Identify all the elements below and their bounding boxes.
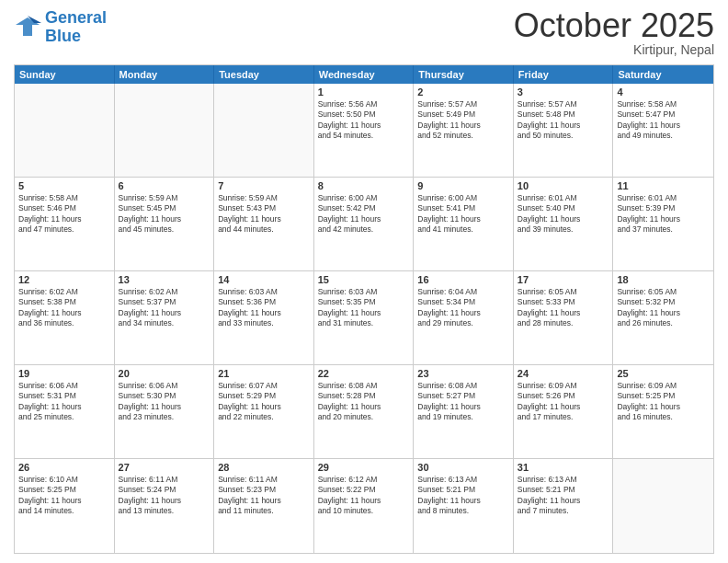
day-cell-29: 29Sunrise: 6:12 AM Sunset: 5:22 PM Dayli… [314,459,415,553]
day-cell-28: 28Sunrise: 6:11 AM Sunset: 5:23 PM Dayli… [214,459,314,553]
day-cell-19: 19Sunrise: 6:06 AM Sunset: 5:31 PM Dayli… [15,365,115,458]
day-number: 14 [218,274,310,285]
calendar-week-4: 19Sunrise: 6:06 AM Sunset: 5:31 PM Dayli… [15,365,713,459]
day-cell-7: 7Sunrise: 5:59 AM Sunset: 5:43 PM Daylig… [214,178,314,270]
day-info: Sunrise: 5:58 AM Sunset: 5:47 PM Dayligh… [617,99,710,142]
day-number: 28 [218,462,310,473]
day-info: Sunrise: 6:00 AM Sunset: 5:41 PM Dayligh… [417,193,509,236]
header-day-wednesday: Wednesday [314,65,415,84]
day-info: Sunrise: 6:00 AM Sunset: 5:42 PM Dayligh… [318,193,410,236]
day-info: Sunrise: 6:06 AM Sunset: 5:30 PM Dayligh… [119,381,210,423]
day-cell-2: 2Sunrise: 5:57 AM Sunset: 5:49 PM Daylig… [414,84,514,177]
day-cell-9: 9Sunrise: 6:00 AM Sunset: 5:41 PM Daylig… [414,178,514,270]
day-number: 7 [218,180,310,191]
header-day-sunday: Sunday [15,65,115,84]
day-number: 31 [518,462,609,473]
day-info: Sunrise: 6:03 AM Sunset: 5:35 PM Dayligh… [318,287,410,329]
day-number: 1 [318,86,410,98]
day-info: Sunrise: 5:56 AM Sunset: 5:50 PM Dayligh… [318,99,410,142]
day-info: Sunrise: 6:02 AM Sunset: 5:38 PM Dayligh… [18,287,110,329]
calendar-week-2: 5Sunrise: 5:58 AM Sunset: 5:46 PM Daylig… [15,178,713,271]
header-day-saturday: Saturday [613,65,713,84]
day-cell-15: 15Sunrise: 6:03 AM Sunset: 5:35 PM Dayli… [314,271,415,364]
day-number: 29 [318,462,410,473]
day-info: Sunrise: 6:03 AM Sunset: 5:36 PM Dayligh… [218,287,310,329]
day-number: 17 [518,274,609,285]
day-number: 6 [119,180,210,191]
calendar-body: 1Sunrise: 5:56 AM Sunset: 5:50 PM Daylig… [15,84,713,553]
header-day-friday: Friday [514,65,614,84]
day-cell-23: 23Sunrise: 6:08 AM Sunset: 5:27 PM Dayli… [414,365,514,458]
calendar-week-1: 1Sunrise: 5:56 AM Sunset: 5:50 PM Daylig… [15,84,713,178]
day-cell-25: 25Sunrise: 6:09 AM Sunset: 5:25 PM Dayli… [613,365,713,458]
header-day-tuesday: Tuesday [214,65,314,84]
logo-text-general: General [45,9,107,28]
day-number: 5 [18,180,110,191]
day-cell-31: 31Sunrise: 6:13 AM Sunset: 5:21 PM Dayli… [514,459,614,553]
day-cell-4: 4Sunrise: 5:58 AM Sunset: 5:47 PM Daylig… [613,84,713,177]
day-number: 18 [617,274,710,285]
day-number: 10 [518,180,609,191]
day-number: 26 [18,462,110,473]
day-cell-26: 26Sunrise: 6:10 AM Sunset: 5:25 PM Dayli… [15,459,115,553]
day-info: Sunrise: 6:07 AM Sunset: 5:29 PM Dayligh… [218,381,310,423]
calendar: SundayMondayTuesdayWednesdayThursdayFrid… [14,64,714,554]
day-number: 21 [218,368,310,379]
day-cell-27: 27Sunrise: 6:11 AM Sunset: 5:24 PM Dayli… [115,459,215,553]
empty-cell [15,84,115,177]
day-cell-5: 5Sunrise: 5:58 AM Sunset: 5:46 PM Daylig… [15,178,115,270]
day-number: 27 [119,462,210,473]
day-number: 22 [318,368,410,379]
day-cell-3: 3Sunrise: 5:57 AM Sunset: 5:48 PM Daylig… [514,84,614,177]
day-number: 13 [119,274,210,285]
day-cell-24: 24Sunrise: 6:09 AM Sunset: 5:26 PM Dayli… [514,365,614,458]
day-number: 9 [417,180,509,191]
header-day-thursday: Thursday [414,65,514,84]
empty-cell [214,84,314,177]
title-block: October 2025 Kirtipur, Nepal [514,9,714,57]
day-number: 3 [518,86,609,98]
day-number: 16 [417,274,509,285]
day-number: 23 [417,368,509,379]
logo: General Blue [14,9,107,46]
day-info: Sunrise: 6:05 AM Sunset: 5:32 PM Dayligh… [617,287,710,329]
day-info: Sunrise: 6:02 AM Sunset: 5:37 PM Dayligh… [119,287,210,329]
day-number: 8 [318,180,410,191]
calendar-week-3: 12Sunrise: 6:02 AM Sunset: 5:38 PM Dayli… [15,271,713,365]
day-cell-20: 20Sunrise: 6:06 AM Sunset: 5:30 PM Dayli… [115,365,215,458]
day-info: Sunrise: 6:08 AM Sunset: 5:28 PM Dayligh… [318,381,410,423]
day-cell-21: 21Sunrise: 6:07 AM Sunset: 5:29 PM Dayli… [214,365,314,458]
day-number: 25 [617,368,710,379]
day-number: 2 [417,86,509,98]
day-info: Sunrise: 5:57 AM Sunset: 5:49 PM Dayligh… [417,99,509,142]
calendar-week-5: 26Sunrise: 6:10 AM Sunset: 5:25 PM Dayli… [15,459,713,553]
logo-icon [14,16,41,39]
day-info: Sunrise: 6:05 AM Sunset: 5:33 PM Dayligh… [518,287,609,329]
day-info: Sunrise: 6:10 AM Sunset: 5:25 PM Dayligh… [18,475,110,517]
day-info: Sunrise: 5:59 AM Sunset: 5:43 PM Dayligh… [218,193,310,236]
day-info: Sunrise: 5:57 AM Sunset: 5:48 PM Dayligh… [518,99,609,142]
day-cell-18: 18Sunrise: 6:05 AM Sunset: 5:32 PM Dayli… [613,271,713,364]
day-info: Sunrise: 6:13 AM Sunset: 5:21 PM Dayligh… [518,475,609,517]
empty-cell [613,459,713,553]
day-cell-16: 16Sunrise: 6:04 AM Sunset: 5:34 PM Dayli… [414,271,514,364]
day-number: 15 [318,274,410,285]
day-info: Sunrise: 6:08 AM Sunset: 5:27 PM Dayligh… [417,381,509,423]
day-cell-17: 17Sunrise: 6:05 AM Sunset: 5:33 PM Dayli… [514,271,614,364]
day-cell-12: 12Sunrise: 6:02 AM Sunset: 5:38 PM Dayli… [15,271,115,364]
day-number: 30 [417,462,509,473]
day-info: Sunrise: 6:04 AM Sunset: 5:34 PM Dayligh… [417,287,509,329]
day-cell-11: 11Sunrise: 6:01 AM Sunset: 5:39 PM Dayli… [613,178,713,270]
header: General Blue October 2025 Kirtipur, Nepa… [14,9,714,57]
day-info: Sunrise: 6:12 AM Sunset: 5:22 PM Dayligh… [318,475,410,517]
day-number: 4 [617,86,710,98]
day-info: Sunrise: 5:58 AM Sunset: 5:46 PM Dayligh… [18,193,110,236]
day-number: 24 [518,368,609,379]
day-cell-30: 30Sunrise: 6:13 AM Sunset: 5:21 PM Dayli… [414,459,514,553]
location: Kirtipur, Nepal [514,42,714,57]
day-info: Sunrise: 6:13 AM Sunset: 5:21 PM Dayligh… [417,475,509,517]
header-day-monday: Monday [115,65,215,84]
day-cell-13: 13Sunrise: 6:02 AM Sunset: 5:37 PM Dayli… [115,271,215,364]
day-info: Sunrise: 6:01 AM Sunset: 5:40 PM Dayligh… [518,193,609,236]
day-cell-14: 14Sunrise: 6:03 AM Sunset: 5:36 PM Dayli… [214,271,314,364]
